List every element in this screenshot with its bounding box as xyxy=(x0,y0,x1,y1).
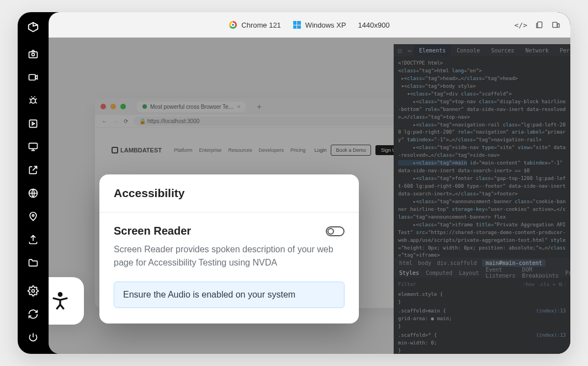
monitor-icon[interactable] xyxy=(27,140,40,153)
app-window: Chrome 121 Windows XP 1440x900 </> xyxy=(18,12,570,354)
topbar: Chrome 121 Windows XP 1440x900 </> xyxy=(49,12,570,38)
svg-rect-0 xyxy=(29,52,38,58)
resolution-label: 1440x900 xyxy=(358,21,390,29)
svg-point-7 xyxy=(32,215,34,216)
modal-header: Accessibility xyxy=(99,174,359,213)
screen-reader-description: Screen Reader provides spoken descriptio… xyxy=(114,243,345,269)
svg-point-8 xyxy=(32,290,35,293)
svg-rect-11 xyxy=(558,24,559,28)
svg-rect-4 xyxy=(29,120,36,127)
screenshot-icon[interactable] xyxy=(27,47,40,61)
code-icon[interactable]: </> xyxy=(515,21,527,29)
browser-indicator: Chrome 121 xyxy=(229,21,281,29)
chrome-icon xyxy=(229,21,237,29)
svg-point-3 xyxy=(31,99,35,103)
devices-icon[interactable] xyxy=(552,20,560,29)
accessibility-modal: Accessibility Screen Reader Screen Reade… xyxy=(99,174,359,323)
bug-icon[interactable] xyxy=(27,94,40,107)
power-icon[interactable] xyxy=(27,331,40,344)
globe-icon[interactable] xyxy=(27,187,40,200)
main-panel: Chrome 121 Windows XP 1440x900 </> xyxy=(49,12,570,354)
record-icon[interactable] xyxy=(27,71,40,84)
app-logo xyxy=(27,12,39,42)
svg-point-1 xyxy=(32,53,35,56)
content-area: Most powerful cross Browser Te… × + ← → … xyxy=(49,38,570,354)
accessibility-icon xyxy=(49,290,71,312)
svg-rect-5 xyxy=(29,143,38,148)
refresh-icon[interactable] xyxy=(27,307,40,321)
play-square-icon[interactable] xyxy=(27,117,40,130)
os-indicator: Windows XP xyxy=(293,21,346,29)
settings-icon[interactable] xyxy=(27,284,40,298)
clipboard-icon[interactable] xyxy=(535,20,544,29)
accessibility-fab[interactable] xyxy=(49,277,84,325)
resolution-indicator: 1440x900 xyxy=(358,21,390,29)
folder-icon[interactable] xyxy=(27,256,40,269)
audio-info-note: Ensure the Audio is enabled on your syst… xyxy=(114,282,345,308)
modal-title: Accessibility xyxy=(114,187,345,200)
screen-reader-heading: Screen Reader xyxy=(114,225,191,237)
sidebar xyxy=(18,12,49,354)
external-link-icon[interactable] xyxy=(27,163,40,177)
svg-rect-10 xyxy=(553,22,557,27)
upload-icon[interactable] xyxy=(27,233,40,246)
location-icon[interactable] xyxy=(27,210,40,223)
browser-label: Chrome 121 xyxy=(241,21,281,29)
svg-rect-9 xyxy=(538,22,542,28)
svg-point-12 xyxy=(59,293,61,296)
svg-rect-2 xyxy=(29,75,36,80)
windows-icon xyxy=(293,21,301,29)
os-label: Windows XP xyxy=(305,21,346,29)
screen-reader-toggle[interactable] xyxy=(326,226,345,236)
